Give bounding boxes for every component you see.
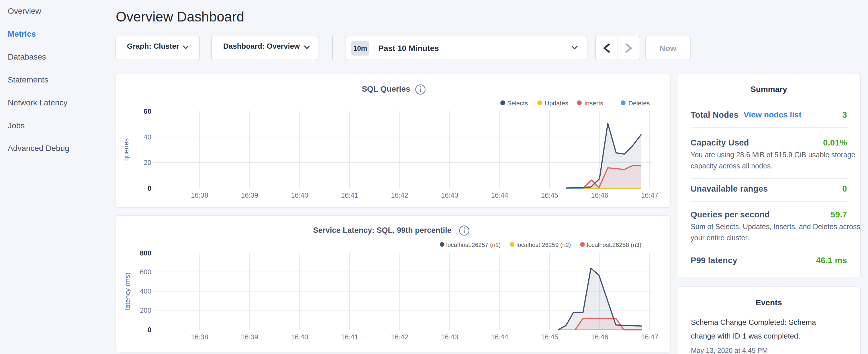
svg-text:16:38: 16:38 xyxy=(191,191,208,199)
svg-text:Inserts: Inserts xyxy=(584,100,603,107)
svg-text:Updates: Updates xyxy=(545,100,568,107)
svg-text:Deletes: Deletes xyxy=(628,100,650,107)
svg-text:16:42: 16:42 xyxy=(391,191,408,199)
svg-text:16:43: 16:43 xyxy=(441,191,458,199)
svg-text:60: 60 xyxy=(144,107,151,115)
svg-text:20: 20 xyxy=(144,159,151,166)
svg-text:Selects: Selects xyxy=(507,100,528,107)
svg-text:16:45: 16:45 xyxy=(541,333,558,341)
svg-text:16:39: 16:39 xyxy=(241,333,258,341)
svg-text:16:38: 16:38 xyxy=(191,333,208,341)
svg-text:16:46: 16:46 xyxy=(591,333,608,341)
svg-text:16:47: 16:47 xyxy=(641,333,658,341)
svg-text:16:43: 16:43 xyxy=(441,333,458,341)
svg-text:16:45: 16:45 xyxy=(541,191,558,199)
svg-text:40: 40 xyxy=(144,133,151,141)
svg-text:0: 0 xyxy=(148,185,151,192)
svg-text:queries: queries xyxy=(122,138,130,161)
svg-text:16:44: 16:44 xyxy=(491,333,508,341)
svg-text:16:40: 16:40 xyxy=(291,333,308,341)
svg-text:latency (ms): latency (ms) xyxy=(124,273,131,310)
svg-text:600: 600 xyxy=(140,268,151,276)
svg-text:localhost:26259 (n2): localhost:26259 (n2) xyxy=(517,242,571,248)
svg-text:16:42: 16:42 xyxy=(391,333,408,341)
svg-text:16:39: 16:39 xyxy=(241,191,258,199)
svg-text:SQL Queries: SQL Queries xyxy=(362,85,410,93)
svg-text:localhost:26257 (n1): localhost:26257 (n1) xyxy=(446,242,501,248)
svg-text:200: 200 xyxy=(140,307,151,314)
svg-text:16:41: 16:41 xyxy=(341,333,358,341)
svg-text:16:46: 16:46 xyxy=(591,191,608,199)
svg-text:localhost:26258 (n3): localhost:26258 (n3) xyxy=(587,242,641,248)
svg-text:Service Latency: SQL, 99th per: Service Latency: SQL, 99th percentile xyxy=(313,226,451,234)
svg-text:16:40: 16:40 xyxy=(291,191,308,199)
svg-text:16:47: 16:47 xyxy=(641,191,658,199)
svg-text:400: 400 xyxy=(140,287,151,295)
svg-text:0: 0 xyxy=(148,326,151,334)
svg-text:16:41: 16:41 xyxy=(341,191,358,199)
svg-text:16:44: 16:44 xyxy=(491,191,508,199)
svg-text:800: 800 xyxy=(140,249,151,257)
